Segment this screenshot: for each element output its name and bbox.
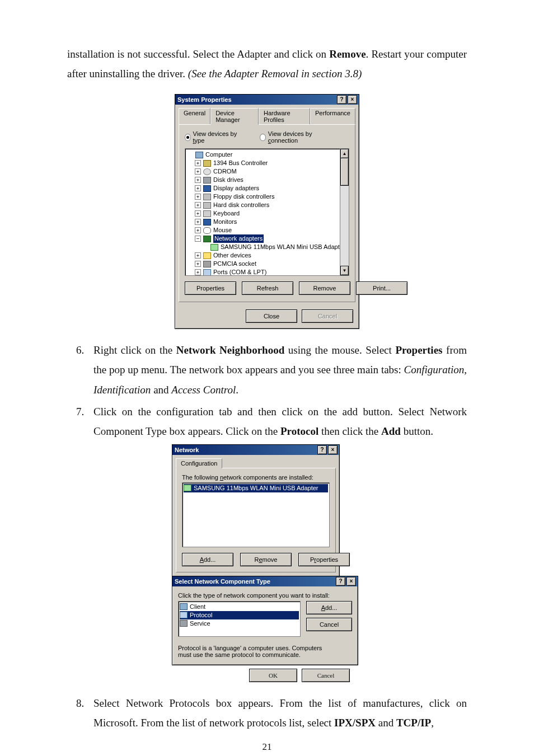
network-tabstrip: Configuration: [172, 455, 339, 468]
expand-icon[interactable]: [195, 194, 201, 200]
node-pcmcia[interactable]: PCMCIA socket: [213, 260, 256, 268]
t: button.: [401, 425, 433, 437]
monitor-icon: [203, 219, 211, 226]
node-monitors[interactable]: Monitors: [213, 218, 237, 226]
radio-by-type[interactable]: View devices by type: [185, 130, 237, 144]
close-icon[interactable]: ×: [328, 445, 338, 454]
other-icon: [203, 252, 211, 259]
tab-performance[interactable]: Performance: [310, 108, 355, 125]
network-panel: The following network components are ins…: [176, 468, 336, 572]
network-titlebar[interactable]: Network ? ×: [172, 445, 339, 455]
node-network-adapters[interactable]: Network adapters: [213, 234, 264, 243]
refresh-button[interactable]: Refresh: [242, 281, 293, 295]
component-type-list[interactable]: Client Protocol Service: [178, 601, 301, 637]
expand-icon[interactable]: [195, 185, 201, 191]
cancel-button: Cancel: [302, 309, 353, 323]
sysprops-titlebar[interactable]: System Properties ? ×: [175, 95, 359, 105]
properties-button[interactable]: Properties: [185, 281, 236, 295]
tab-device-manager[interactable]: Device Manager: [210, 108, 259, 125]
tab-hardware-profiles[interactable]: Hardware Profiles: [259, 108, 310, 125]
remove-button[interactable]: Remove: [299, 281, 350, 295]
t: The following: [182, 474, 220, 481]
help-icon[interactable]: ?: [336, 577, 345, 586]
selcomp-cancel-button[interactable]: Cancel: [306, 618, 352, 631]
tree-scrollbar[interactable]: ▲ ▼: [340, 149, 349, 275]
node-mouse[interactable]: Mouse: [213, 226, 232, 234]
scroll-thumb[interactable]: [340, 158, 349, 186]
net-ok-button[interactable]: OK: [249, 669, 297, 682]
mouse-icon: [203, 227, 211, 234]
t: .: [236, 384, 238, 396]
radio-dot-icon: [185, 134, 191, 141]
selcomp-add-button[interactable]: Add...: [306, 601, 352, 614]
close-icon[interactable]: ×: [346, 577, 356, 586]
t: ,: [464, 364, 467, 375]
add-button[interactable]: Add...: [182, 553, 233, 566]
floppy-icon: [203, 194, 211, 200]
collapse-icon[interactable]: [195, 236, 201, 242]
expand-icon[interactable]: [195, 160, 201, 166]
selcomp-titlebar[interactable]: Select Network Component Type ? ×: [172, 576, 358, 586]
close-button[interactable]: Close: [246, 309, 297, 323]
scroll-down-icon[interactable]: ▼: [340, 266, 349, 275]
t: using the mouse. Select: [284, 344, 395, 356]
node-keyboard[interactable]: Keyboard: [213, 209, 240, 218]
t: ,: [431, 717, 434, 729]
tab-configuration[interactable]: Configuration: [176, 458, 222, 468]
network-components-list[interactable]: SAMSUNG 11Mbps WLAN Mini USB Adapter: [182, 482, 330, 547]
t: Service: [190, 620, 210, 627]
sysprops-tabstrip: General Device Manager Hardware Profiles…: [175, 105, 359, 125]
expand-icon[interactable]: [195, 261, 201, 267]
step-6: Right click on the Network Neighborhood …: [87, 340, 467, 399]
properties-button[interactable]: Properties: [298, 553, 350, 566]
t: Access Control: [171, 384, 236, 396]
list-item[interactable]: SAMSUNG 11Mbps WLAN Mini USB Adapter: [184, 484, 328, 492]
expand-icon[interactable]: [195, 252, 201, 259]
protocol-icon: [180, 612, 188, 618]
step-8: Select Network Protocols box appears. Fr…: [87, 693, 467, 732]
device-manager-panel: View devices by type View devices by con…: [179, 124, 355, 302]
node-other[interactable]: Other devices: [213, 251, 251, 260]
node-ports[interactable]: Ports (COM & LPT): [213, 268, 266, 276]
expand-icon[interactable]: [195, 177, 201, 183]
print-button[interactable]: Print...: [356, 281, 407, 295]
expand-icon[interactable]: [195, 210, 201, 217]
tab-general[interactable]: General: [179, 108, 210, 125]
node-cdrom[interactable]: CDROM: [213, 167, 237, 176]
selcomp-title: Select Network Component Type: [175, 578, 270, 585]
node-floppy[interactable]: Floppy disk controllers: [213, 192, 274, 201]
keyboard-icon: [203, 210, 211, 217]
page-number: 21: [0, 741, 534, 753]
node-display[interactable]: Display adapters: [213, 184, 259, 192]
radio-by-conn-label: View devices by connection: [268, 130, 327, 144]
help-icon[interactable]: ?: [337, 95, 346, 104]
node-computer[interactable]: Computer: [205, 151, 232, 159]
expand-icon[interactable]: [195, 269, 201, 275]
expand-icon[interactable]: [195, 219, 201, 225]
t: Right click on the: [93, 344, 176, 356]
expand-icon[interactable]: [195, 202, 201, 208]
device-tree[interactable]: Computer 1394 Bus Controller CDROM Disk …: [185, 148, 349, 276]
expand-icon[interactable]: [195, 227, 201, 233]
t: Protocol: [280, 425, 318, 437]
radio-by-connection[interactable]: View devices by connection: [260, 130, 327, 144]
client-icon: [180, 603, 188, 610]
node-samsung-adapter[interactable]: SAMSUNG 11Mbps WLAN Mini USB Adapter: [221, 243, 345, 251]
net-cancel-button[interactable]: Cancel: [302, 669, 350, 682]
node-disk[interactable]: Disk drives: [213, 176, 243, 184]
scroll-up-icon[interactable]: ▲: [340, 149, 349, 158]
network-icon: [203, 236, 211, 242]
node-1394[interactable]: 1394 Bus Controller: [213, 159, 268, 167]
network-list-label: The following network components are ins…: [182, 474, 330, 481]
help-icon[interactable]: ?: [317, 445, 327, 454]
list-item-client[interactable]: Client: [180, 603, 299, 611]
close-icon[interactable]: ×: [348, 95, 357, 104]
node-hdd[interactable]: Hard disk controllers: [213, 201, 269, 209]
expand-icon[interactable]: [195, 168, 201, 175]
service-icon: [180, 620, 188, 627]
list-item-service[interactable]: Service: [180, 619, 299, 628]
list-item-protocol[interactable]: Protocol: [180, 611, 299, 619]
disk-icon: [203, 177, 211, 184]
remove-button[interactable]: Remove: [240, 553, 292, 566]
t: Client: [190, 603, 205, 610]
